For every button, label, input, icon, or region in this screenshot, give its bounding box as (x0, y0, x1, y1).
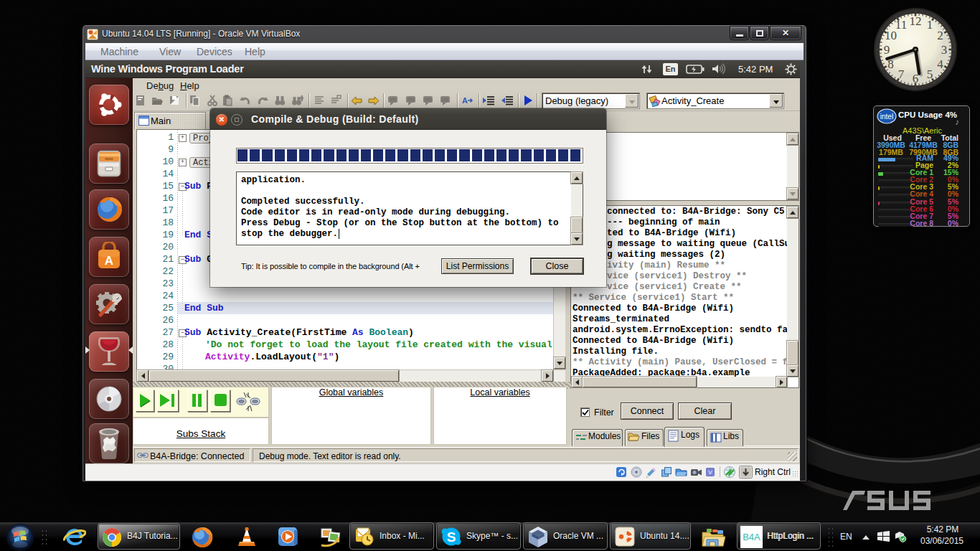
svg-text:1: 1 (927, 18, 933, 32)
svg-text:A: A (462, 96, 468, 105)
svg-text:6: 6 (913, 72, 919, 85)
svg-text:7: 7 (898, 67, 905, 81)
svg-text:A: A (105, 254, 113, 268)
svg-text:S: S (447, 529, 456, 545)
svg-text:5: 5 (927, 67, 933, 81)
svg-text:intel: intel (880, 113, 893, 121)
svg-text:4: 4 (937, 57, 943, 71)
svg-text:9: 9 (884, 43, 890, 57)
svg-text:11: 11 (895, 18, 907, 32)
svg-text:2: 2 (937, 29, 943, 42)
svg-text:12: 12 (910, 14, 922, 28)
svg-text:3: 3 (941, 43, 948, 57)
svg-text:V: V (708, 469, 712, 476)
